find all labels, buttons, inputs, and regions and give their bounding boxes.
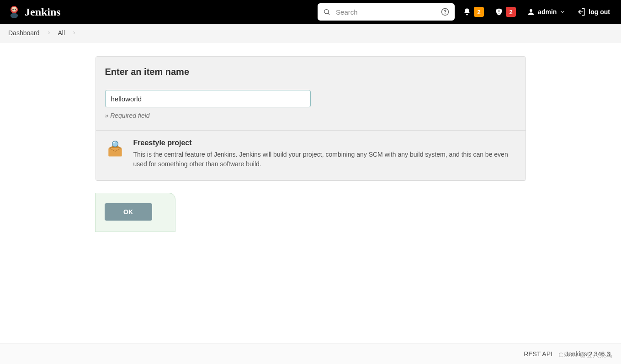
breadcrumb-item-all[interactable]: All (58, 29, 65, 37)
svg-point-5 (324, 10, 329, 14)
item-name-input[interactable] (105, 90, 311, 107)
shield-alert-icon (495, 8, 503, 16)
brand-name: Jenkins (25, 6, 61, 18)
help-icon[interactable] (441, 8, 449, 16)
jenkins-logo-icon (8, 5, 20, 19)
svg-point-9 (530, 9, 532, 12)
svg-point-14 (112, 142, 115, 143)
security-button[interactable]: 2 (492, 4, 519, 20)
logout-label: log out (589, 8, 610, 16)
search-icon (323, 8, 330, 16)
breadcrumb-item-dashboard[interactable]: Dashboard (8, 29, 40, 37)
ok-button[interactable]: OK (105, 203, 152, 221)
page-title: Enter an item name (105, 67, 516, 77)
required-hint: » Required field (105, 112, 516, 119)
bell-icon (463, 8, 471, 16)
item-type-freestyle[interactable]: Freestyle project This is the central fe… (96, 131, 525, 180)
freestyle-project-icon (105, 139, 125, 159)
top-header: Jenkins 2 2 admin log out (0, 0, 621, 24)
item-type-title: Freestyle project (133, 139, 516, 147)
user-icon (527, 8, 535, 16)
svg-point-4 (15, 9, 16, 10)
notifications-button[interactable]: 2 (460, 4, 487, 20)
search-input[interactable] (318, 3, 455, 21)
logout-icon (577, 7, 586, 16)
chevron-right-icon (46, 30, 52, 36)
svg-line-6 (328, 13, 329, 15)
user-name: admin (538, 8, 557, 16)
search-box (318, 3, 455, 21)
logout-button[interactable]: log out (574, 5, 613, 19)
svg-rect-11 (108, 148, 122, 156)
chevron-down-icon (559, 9, 566, 15)
svg-point-2 (11, 13, 18, 18)
svg-point-13 (112, 141, 118, 147)
svg-point-8 (445, 13, 446, 14)
svg-point-3 (12, 9, 13, 10)
security-badge: 2 (506, 7, 516, 17)
submit-panel: OK (95, 193, 175, 232)
user-menu[interactable]: admin (524, 5, 568, 19)
item-type-description: This is the central feature of Jenkins. … (133, 150, 516, 169)
brand[interactable]: Jenkins (8, 5, 61, 19)
new-item-card: Enter an item name » Required field Free… (96, 56, 526, 181)
chevron-right-icon (71, 30, 77, 36)
breadcrumb: Dashboard All (0, 24, 621, 42)
page-body: Enter an item name » Required field Free… (0, 42, 621, 259)
notifications-badge: 2 (474, 7, 484, 17)
name-section: Enter an item name » Required field (96, 57, 525, 131)
